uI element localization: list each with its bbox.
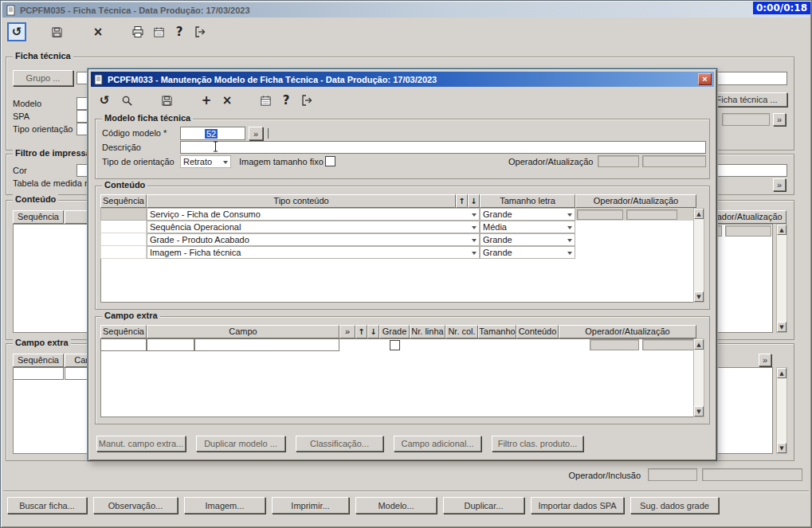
duplicar-modelo-button[interactable]: Duplicar modelo ... [196, 436, 285, 452]
tipo-conteudo-select[interactable]: Sequência Operacional [147, 221, 480, 233]
more-options-button[interactable]: » [773, 113, 786, 126]
dialog-title: PCPFM033 - Manutenção Modelo de Ficha Té… [108, 75, 437, 84]
tipo-orientacao-label: Tipo de orientação [102, 157, 175, 166]
tipo-conteudo-select[interactable]: Serviço - Ficha de Consumo [147, 208, 480, 221]
campo-description-cell-input[interactable] [194, 338, 339, 351]
descricao-input[interactable] [180, 141, 706, 154]
operador-column-header[interactable]: Operador/Atualização [575, 194, 696, 208]
sequencia-cell[interactable] [100, 208, 147, 221]
imagem-tamanho-fixo-checkbox[interactable] [325, 156, 335, 166]
sequencia-cell[interactable] [100, 233, 147, 246]
calendar-button[interactable] [256, 91, 275, 110]
selected-option: Imagem - Ficha técnica [150, 248, 241, 257]
fieldset-legend: Campo extra [102, 311, 160, 320]
printer-icon [131, 25, 144, 38]
scroll-down-button[interactable]: ▼ [777, 443, 787, 453]
tamanho-letra-select[interactable]: Grande [480, 208, 575, 221]
operador-column-header[interactable]: Operador/Atualização [559, 325, 696, 338]
sequencia-column-header[interactable]: Sequência [13, 354, 64, 367]
sequencia-cell[interactable] [100, 246, 147, 259]
grade-checkbox[interactable] [390, 340, 400, 350]
tipo-conteudo-select[interactable]: Imagem - Ficha técnica [147, 246, 480, 259]
delete-button[interactable]: × [88, 22, 108, 41]
filtro-clas-produto-button[interactable]: Filtro clas. produto... [492, 436, 583, 452]
conteudo-column-header[interactable]: Conteúdo [516, 325, 559, 338]
exit-button[interactable] [190, 22, 210, 41]
exit-button[interactable] [297, 91, 316, 110]
imagem-button[interactable]: Imagem... [184, 497, 265, 514]
modelo-button[interactable]: Modelo... [355, 497, 437, 514]
scroll-down-button[interactable]: ▼ [694, 406, 704, 417]
delete-button[interactable]: × [218, 91, 237, 110]
scroll-up-button[interactable]: ▲ [777, 368, 787, 378]
manut-campo-extra-button[interactable]: Manut. campo extra... [96, 436, 186, 452]
conteudo-scrollbar[interactable]: ▲ ▼ [776, 224, 787, 333]
search-button[interactable] [117, 91, 136, 110]
more-options-button[interactable]: » [773, 178, 786, 191]
refresh-button[interactable]: ↺ [95, 91, 114, 110]
tipo-orientacao-select[interactable]: Retrato [180, 155, 231, 168]
tipo-conteudo-column-header[interactable]: Tipo conteúdo [147, 194, 456, 208]
tamanho-letra-select[interactable]: Média [480, 221, 575, 233]
help-button[interactable]: ? [277, 91, 296, 110]
save-button[interactable] [47, 22, 66, 41]
imprimir-button[interactable]: Imprimir... [272, 497, 349, 514]
sequencia-column-header[interactable]: Sequência [13, 210, 64, 224]
down-arrow-icon: ↓ [370, 327, 376, 336]
tamanho-column-header[interactable]: Tamanho [478, 325, 516, 338]
codigo-modelo-input[interactable]: 52 [180, 127, 245, 140]
scroll-up-button[interactable]: ▲ [777, 225, 787, 235]
tamanho-letra-select[interactable]: Grande [480, 233, 575, 246]
nr-col-column-header[interactable]: Nr. col. [445, 325, 478, 338]
sequencia-cell-field[interactable] [13, 367, 64, 380]
move-up-header-button[interactable]: ↑ [456, 194, 468, 208]
main-titlebar[interactable]: PCPFM035 - Ficha Técnica - Data Produção… [2, 2, 810, 18]
conteudo-scrollbar[interactable]: ▲ ▼ [693, 208, 704, 303]
operador-inclusao-label: Operador/Inclusão [555, 471, 641, 480]
campo-column-header[interactable]: Campo [147, 325, 339, 338]
nr-linha-column-header[interactable]: Nr. linha [410, 325, 445, 338]
scroll-down-icon: ▼ [696, 294, 700, 300]
scroll-down-button[interactable]: ▼ [694, 291, 704, 302]
campo-code-cell-input[interactable] [147, 338, 194, 351]
observacao-button[interactable]: Observação... [93, 497, 178, 514]
conteudo-row: Serviço - Ficha de Consumo Grande [100, 208, 696, 221]
classificacao-button[interactable]: Classificação... [296, 436, 383, 452]
ficha-tecnica-button[interactable]: Ficha técnica ... [706, 92, 787, 107]
grade-column-header[interactable]: Grade [379, 325, 410, 338]
more-options-button[interactable]: » [759, 354, 771, 366]
add-button[interactable]: + [197, 91, 216, 110]
buscar-ficha-button[interactable]: Buscar ficha... [7, 497, 87, 514]
move-up-header-button[interactable]: ↑ [355, 325, 367, 338]
double-chevron-icon: » [777, 180, 782, 190]
scroll-up-button[interactable]: ▲ [694, 209, 704, 219]
save-button[interactable] [157, 91, 176, 110]
sequencia-column-header[interactable]: Sequência [100, 325, 147, 338]
campo-extra-scrollbar[interactable]: ▲ ▼ [776, 367, 787, 454]
scroll-up-button[interactable]: ▲ [694, 339, 704, 350]
campo-lookup-header-button[interactable]: » [339, 325, 355, 338]
sug-dados-grade-button[interactable]: Sug. dados grade [630, 497, 719, 514]
duplicar-button[interactable]: Duplicar... [443, 497, 524, 514]
campo-extra-scrollbar[interactable]: ▲ ▼ [693, 338, 704, 417]
sequencia-column-header[interactable]: Sequência [100, 194, 147, 208]
sequencia-cell[interactable] [100, 221, 147, 233]
scroll-down-button[interactable]: ▼ [777, 322, 787, 332]
calendar-button[interactable] [149, 22, 168, 41]
codigo-lookup-button[interactable]: » [249, 127, 263, 140]
importar-dados-spa-button[interactable]: Importar dados SPA [531, 497, 624, 514]
dialog-titlebar[interactable]: PCPFM033 - Manutenção Modelo de Ficha Té… [91, 72, 714, 87]
tamanho-letra-column-header[interactable]: Tamanho letra [480, 194, 575, 208]
sequencia-cell-input[interactable] [100, 338, 147, 351]
dialog-close-button[interactable]: × [698, 73, 712, 85]
campo-adicional-button[interactable]: Campo adicional... [394, 436, 481, 452]
print-button[interactable] [128, 22, 147, 41]
tamanho-letra-select[interactable]: Grande [480, 246, 575, 259]
move-down-header-button[interactable]: ↓ [367, 325, 379, 338]
move-down-header-button[interactable]: ↓ [468, 194, 480, 208]
exit-icon [300, 94, 313, 107]
tipo-conteudo-select[interactable]: Grade - Produto Acabado [147, 233, 480, 246]
grupo-button[interactable]: Grupo ... [13, 70, 73, 86]
refresh-button[interactable]: ↺ [7, 22, 26, 41]
help-button[interactable]: ? [170, 22, 189, 41]
